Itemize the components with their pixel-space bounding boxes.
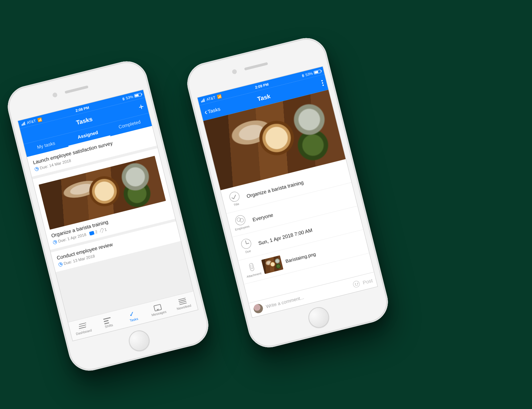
field-value: Everyone <box>252 212 274 222</box>
check-icon <box>228 191 240 203</box>
bluetooth-icon: ฿ <box>122 96 125 101</box>
avatar <box>253 303 264 314</box>
tab-label: Dashboard <box>75 328 92 336</box>
messages-icon <box>153 304 162 311</box>
clock-icon <box>34 166 39 171</box>
comment-icon <box>89 231 94 235</box>
add-task-button[interactable]: + <box>134 98 149 116</box>
wifi-icon: 📶 <box>37 117 43 122</box>
field-value: Sun, 1 Apr 2018 7:00 AM <box>258 227 313 246</box>
field-label: Due <box>245 249 251 254</box>
attachment-icon <box>100 228 104 233</box>
phone-tasks-list: AT&T 📶 2:08 PM ฿ 53% Tasks + My tasks As… <box>3 57 213 375</box>
clock-icon <box>240 238 252 250</box>
back-label: Tasks <box>207 106 221 114</box>
paperclip-icon <box>246 261 258 273</box>
signal-icon <box>21 122 25 126</box>
dashboard-icon <box>79 322 86 330</box>
task-list[interactable]: Launch employee satisfaction survey Due:… <box>27 126 193 322</box>
field-label: Attachment <box>246 271 262 278</box>
wifi-icon: 📶 <box>217 94 222 99</box>
emoji-icon[interactable] <box>352 280 360 288</box>
bluetooth-icon: ฿ <box>302 73 305 78</box>
attachment-thumbnail[interactable] <box>261 255 284 274</box>
more-icon <box>321 80 324 86</box>
field-label: Employees <box>235 225 250 231</box>
nav-title: Task <box>257 93 271 103</box>
battery-pct: 53% <box>125 94 133 100</box>
attachment-filename: Baristaimg.png <box>285 251 316 264</box>
phone-task-detail: AT&T 📶 2:09 PM ฿ 53% ‹ Tasks Task <box>183 34 392 352</box>
attachment-count: 1 <box>104 227 107 232</box>
screen-tasks: AT&T 📶 2:08 PM ฿ 53% Tasks + My tasks As… <box>18 89 199 341</box>
tasks-icon: ✓ <box>128 310 137 318</box>
screen-detail: AT&T 📶 2:09 PM ฿ 53% ‹ Tasks Task <box>197 66 378 318</box>
tab-label: Newsfeed <box>176 303 192 310</box>
battery-icon <box>134 93 142 98</box>
plus-icon: + <box>138 102 145 112</box>
nav-title: Tasks <box>75 116 93 126</box>
people-icon <box>234 214 246 226</box>
battery-icon <box>314 69 322 74</box>
post-button[interactable]: Post <box>362 277 373 285</box>
more-button[interactable] <box>317 74 329 92</box>
carrier-label: AT&T <box>26 119 36 125</box>
carrier-label: AT&T <box>206 95 215 101</box>
tab-label: Shifts <box>104 323 113 329</box>
shifts-icon <box>103 316 112 324</box>
field-value: Organize a barista training <box>246 179 304 199</box>
home-button[interactable] <box>306 305 331 330</box>
battery-pct: 53% <box>305 71 313 77</box>
comment-count: 2 <box>95 229 98 234</box>
field-label: Title <box>233 202 240 207</box>
signal-icon <box>200 98 205 102</box>
newsfeed-icon <box>178 298 187 305</box>
home-button[interactable] <box>127 328 152 353</box>
clock-icon <box>58 262 63 267</box>
clock-icon <box>53 240 58 245</box>
